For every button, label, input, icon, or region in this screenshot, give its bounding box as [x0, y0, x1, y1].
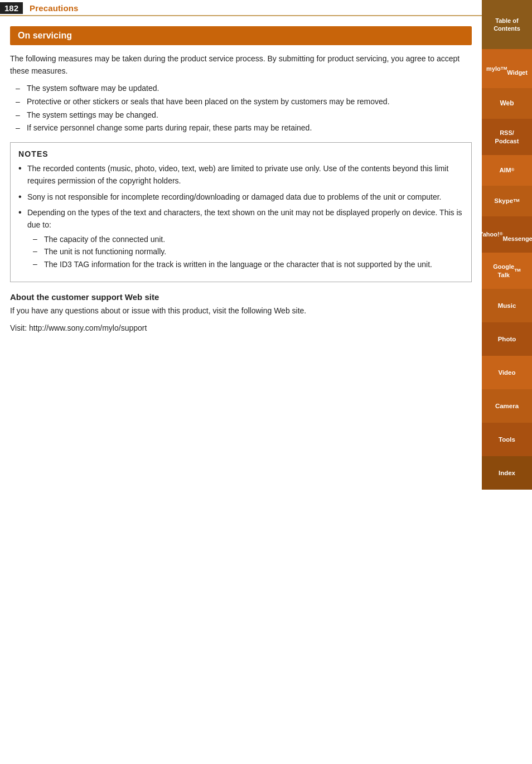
about-title: About the customer support Web site: [10, 292, 472, 302]
page-number: 182: [0, 2, 23, 14]
header-bar: 182 Precautions: [0, 0, 532, 16]
sidebar-item-rss[interactable]: RSS/Podcast: [482, 119, 532, 155]
note-1: The recorded contents (music, photo, vid…: [18, 163, 463, 187]
bullet-2: Protective or other stickers or seals th…: [16, 96, 472, 108]
sidebar-item-mylo[interactable]: myloTMWidget: [482, 49, 532, 88]
about-url: Visit: http://www.sony.com/mylo/support: [10, 322, 472, 335]
bullet-4: If service personnel change some parts d…: [16, 122, 472, 134]
sidebar-item-tools[interactable]: Tools: [482, 423, 532, 456]
note-3-sub-list: The capacity of the connected unit. The …: [33, 234, 463, 271]
section-title: Precautions: [30, 3, 79, 13]
sidebar-item-music[interactable]: Music: [482, 289, 532, 322]
servicing-bullets: The system software may be updated. Prot…: [16, 83, 472, 134]
sub-bullet-2: The unit is not functioning normally.: [33, 246, 463, 258]
main-content: On servicing The following measures may …: [0, 26, 482, 350]
sidebar-item-camera[interactable]: Camera: [482, 389, 532, 423]
sidebar-item-skype[interactable]: SkypeTM: [482, 186, 532, 216]
notes-box: NOTES The recorded contents (music, phot…: [10, 142, 472, 282]
on-servicing-heading: On servicing: [10, 26, 472, 45]
notes-title: NOTES: [18, 149, 463, 158]
sidebar-item-aim[interactable]: AIM®: [482, 155, 532, 186]
sidebar-item-google[interactable]: GoogleTalkTM: [482, 253, 532, 289]
sidebar-item-web[interactable]: Web: [482, 88, 532, 119]
note-2: Sony is not responsible for incomplete r…: [18, 191, 463, 204]
sub-bullet-3: The ID3 TAG information for the track is…: [33, 259, 463, 271]
sidebar-item-photo[interactable]: Photo: [482, 322, 532, 356]
note-3: Depending on the types of the text and c…: [18, 207, 463, 270]
sidebar-item-yahoo[interactable]: Yahoo!®Messenger: [482, 216, 532, 253]
sidebar: Table ofContents myloTMWidget Web RSS/Po…: [482, 0, 532, 764]
bullet-1: The system software may be updated.: [16, 83, 472, 95]
notes-list: The recorded contents (music, photo, vid…: [18, 163, 463, 271]
sidebar-item-video[interactable]: Video: [482, 356, 532, 389]
intro-text: The following measures may be taken duri…: [10, 53, 472, 77]
about-body: If you have any questions about or issue…: [10, 305, 472, 317]
sidebar-item-toc[interactable]: Table ofContents: [482, 0, 532, 49]
sidebar-item-index[interactable]: Index: [482, 456, 532, 490]
bullet-3: The system settings may be changed.: [16, 109, 472, 122]
sub-bullet-1: The capacity of the connected unit.: [33, 234, 463, 246]
